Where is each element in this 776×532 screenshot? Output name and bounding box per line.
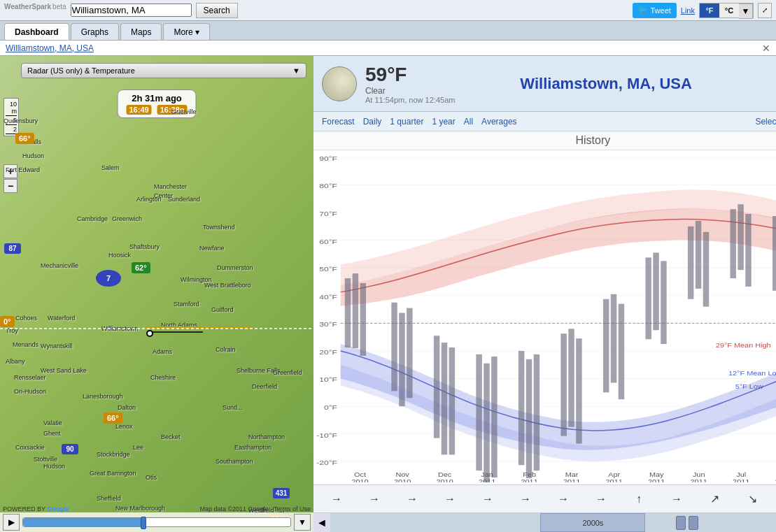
svg-rect-8 — [273, 488, 290, 498]
tab-maps[interactable]: Maps — [120, 23, 162, 40]
header: WeatherSparkbeta Search 🐦 Tweet Link °F … — [0, 0, 776, 21]
maximize-button[interactable]: ⤢ — [758, 3, 772, 18]
subnav-averages[interactable]: Averages — [481, 117, 516, 127]
subnav-forecast[interactable]: Forecast — [322, 117, 355, 127]
temp-toggle: °F °C ▼ — [699, 3, 754, 18]
wind-arrow-7: → — [546, 493, 581, 505]
svg-text:431: 431 — [276, 489, 288, 497]
location-link[interactable]: Williamstown, MA, USA — [6, 43, 94, 53]
map-end-button[interactable]: ▼ — [294, 514, 311, 531]
city-label: Rensselaer — [14, 374, 46, 381]
radar-selector[interactable]: Radar (US only) & Temperature ▼ — [21, 63, 306, 78]
search-input[interactable] — [71, 3, 192, 17]
time-ago-label: 2h 31m ago — [127, 93, 188, 103]
svg-text:2011: 2011 — [521, 478, 539, 482]
svg-text:Mar: Mar — [565, 471, 579, 478]
wind-arrow-3: → — [395, 493, 430, 505]
tab-dashboard[interactable]: Dashboard — [4, 23, 69, 40]
svg-rect-56 — [603, 299, 609, 393]
subnav-all[interactable]: All — [464, 117, 473, 127]
svg-rect-43 — [407, 308, 412, 398]
city-label: Ghent — [43, 430, 61, 437]
city-label: Hoosick — [108, 252, 131, 259]
svg-rect-41 — [391, 303, 397, 391]
city-label: Hudson — [22, 152, 44, 159]
city-label: Guilford — [211, 306, 234, 313]
city-label: Lenox — [115, 423, 133, 430]
svg-rect-48 — [484, 364, 489, 482]
timeline-handle[interactable] — [141, 517, 146, 529]
svg-text:2011: 2011 — [479, 478, 496, 482]
close-location-button[interactable]: ✕ — [762, 43, 770, 54]
chart-svg[interactable]: 90°F 80°F 70°F 60°F 50°F 40°F 30°F 20°F … — [313, 150, 776, 482]
celsius-button[interactable]: °C — [719, 3, 739, 17]
temp-marker-66-mid: 66° — [104, 412, 122, 424]
svg-rect-65 — [730, 209, 735, 278]
timeline-fill — [23, 518, 143, 526]
tweet-label: Tweet — [650, 6, 670, 15]
fahrenheit-button[interactable]: °F — [700, 3, 719, 17]
city-label: Lanesborough — [83, 393, 123, 400]
select-graphs-link[interactable]: Select Graphs... — [755, 117, 776, 127]
logo-text: WeatherSpark — [4, 3, 51, 10]
city-label: Salem — [101, 164, 120, 171]
svg-rect-49 — [491, 357, 497, 477]
wind-arrow-1: → — [319, 493, 354, 505]
city-label: Waterford — [48, 315, 75, 322]
city-label: Mechanicville — [41, 262, 78, 269]
subnav-1year[interactable]: 1 year — [432, 117, 455, 127]
svg-text:Dec: Dec — [438, 471, 451, 478]
city-label: Hudson — [43, 463, 65, 470]
right-pane: 59°F Clear At 11:54pm, now 12:45am Willi… — [313, 56, 776, 532]
city-label: Stottville — [34, 456, 57, 463]
link-label[interactable]: Link — [681, 6, 695, 15]
city-label: Otis — [146, 474, 157, 481]
svg-rect-57 — [611, 294, 616, 383]
svg-text:2011: 2011 — [733, 478, 750, 482]
wind-arrow-8: → — [584, 493, 619, 505]
city-label: Becket — [161, 433, 181, 440]
tab-more[interactable]: More ▾ — [163, 23, 210, 40]
timeline-bar[interactable] — [22, 517, 291, 527]
period-label: 2000s — [582, 519, 603, 527]
wind-arrow-2: → — [357, 493, 392, 505]
svg-rect-52 — [534, 354, 539, 470]
chart-title: History — [313, 131, 776, 150]
unit-dropdown[interactable]: ▼ — [739, 3, 753, 19]
city-label: West Brattleboro — [204, 282, 251, 289]
svg-rect-63 — [696, 221, 701, 289]
subnav-daily[interactable]: Daily — [363, 117, 382, 127]
weather-info: 59°F Clear At 11:54pm, now 12:45am — [365, 64, 512, 104]
search-button[interactable]: Search — [196, 3, 238, 18]
timeline-prev-button[interactable]: ◄ — [313, 513, 330, 533]
wind-arrow-12: ↘ — [735, 492, 770, 505]
city-label: Stamford — [174, 301, 199, 308]
tweet-button[interactable]: 🐦 Tweet — [633, 3, 676, 18]
play-button[interactable]: ▶ — [3, 514, 20, 531]
period-handle-right[interactable] — [689, 516, 698, 530]
tab-graphs[interactable]: Graphs — [71, 23, 119, 40]
svg-rect-53 — [560, 333, 566, 436]
svg-rect-45 — [442, 343, 447, 454]
svg-text:Oct: Oct — [354, 471, 366, 478]
svg-text:60°F: 60°F — [319, 238, 337, 245]
city-label: Great Barrington — [90, 470, 136, 477]
wind-arrow-11: ↗ — [697, 492, 732, 505]
svg-text:30°F: 30°F — [319, 320, 337, 328]
map-pane[interactable]: Radar (US only) & Temperature ▼ 2h 31m a… — [0, 56, 313, 532]
svg-rect-67 — [745, 214, 751, 287]
period-handle-left[interactable] — [676, 516, 686, 530]
svg-text:Jan: Jan — [481, 471, 493, 478]
svg-text:50°F: 50°F — [319, 265, 337, 273]
city-label: Dalton — [118, 404, 136, 411]
svg-rect-60 — [653, 252, 658, 330]
city-label: Deerfield — [252, 383, 277, 390]
scale-10m: 10 m — [6, 100, 17, 116]
zoom-out-button[interactable]: − — [3, 179, 17, 193]
svg-text:7: 7 — [106, 274, 111, 282]
period-slider[interactable]: 2000s — [330, 513, 776, 532]
svg-rect-6 — [4, 243, 21, 254]
svg-rect-51 — [526, 359, 532, 478]
subnav-1quarter[interactable]: 1 quarter — [390, 117, 423, 127]
svg-rect-42 — [399, 313, 404, 407]
